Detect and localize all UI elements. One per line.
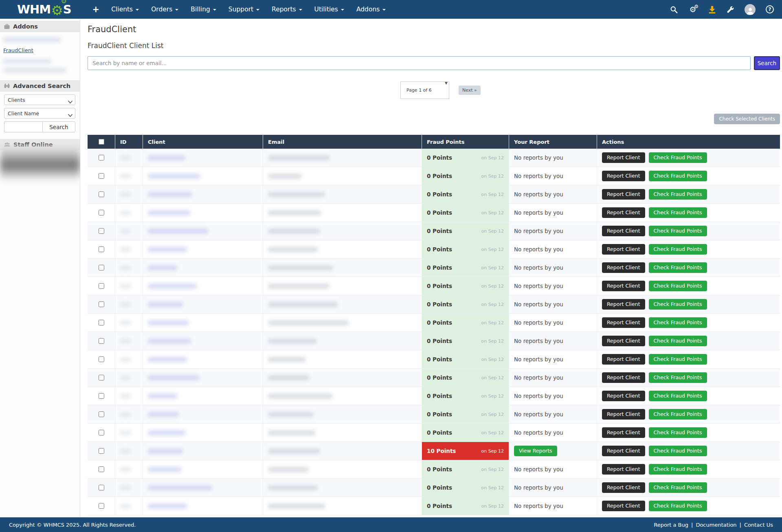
row-checkbox[interactable] [99,320,104,325]
client-name-redacted[interactable] [148,485,212,490]
view-reports-button[interactable]: View Reports [514,446,557,457]
client-search-input[interactable] [88,56,751,70]
check-fraud-points-button[interactable]: Check Fraud Points [649,372,707,383]
row-checkbox[interactable] [99,485,104,490]
row-checkbox[interactable] [99,191,104,197]
check-fraud-points-button[interactable]: Check Fraud Points [649,207,707,218]
page-selector[interactable]: Page 1 of 6 ▼ [400,81,449,99]
client-name-redacted[interactable] [148,284,197,289]
row-checkbox[interactable] [99,375,104,380]
nav-menu-reports[interactable]: Reports [266,0,308,19]
search-field-select[interactable]: Client Name [4,108,75,119]
client-search-button[interactable]: Search [754,56,780,70]
sidebar-addon-redacted[interactable] [3,68,66,73]
row-checkbox[interactable] [99,356,104,362]
row-checkbox[interactable] [99,393,104,399]
row-checkbox[interactable] [99,466,104,472]
client-name-redacted[interactable] [148,320,189,325]
client-name-redacted[interactable] [148,247,187,252]
download-updates-icon[interactable] [708,5,716,14]
sidebar-addon-redacted[interactable] [3,59,51,64]
quick-add-icon[interactable]: + [90,4,102,14]
nav-menu-billing[interactable]: Billing [185,0,222,19]
report-client-button[interactable]: Report Client [602,464,645,475]
row-checkbox[interactable] [99,503,104,509]
user-avatar[interactable] [745,4,756,15]
report-a-bug-link[interactable]: Report a Bug [654,522,688,528]
client-name-redacted[interactable] [148,192,192,197]
sidebar-addon-redacted[interactable] [3,37,61,42]
check-fraud-points-button[interactable]: Check Fraud Points [649,244,707,255]
check-fraud-points-button[interactable]: Check Fraud Points [649,482,707,493]
select-all-checkbox[interactable] [99,139,104,145]
report-client-button[interactable]: Report Client [602,317,645,328]
client-name-redacted[interactable] [148,448,183,454]
row-checkbox[interactable] [99,301,104,307]
check-fraud-points-button[interactable]: Check Fraud Points [649,464,707,475]
nav-menu-orders[interactable]: Orders [145,0,185,19]
advanced-search-button[interactable]: Search [42,121,75,132]
help-icon[interactable]: ? [766,5,774,13]
check-fraud-points-button[interactable]: Check Fraud Points [649,317,707,328]
client-name-redacted[interactable] [148,302,183,307]
check-fraud-points-button[interactable]: Check Fraud Points [649,262,707,273]
check-fraud-points-button[interactable]: Check Fraud Points [649,446,707,457]
check-fraud-points-button[interactable]: Check Fraud Points [649,409,707,420]
client-name-redacted[interactable] [148,394,177,399]
check-fraud-points-button[interactable]: Check Fraud Points [649,299,707,310]
client-name-redacted[interactable] [148,210,190,215]
check-selected-clients-button[interactable]: Check Selected Clients [714,114,780,124]
whmcs-logo[interactable]: WHM⚙⚙S [17,2,71,16]
report-client-button[interactable]: Report Client [602,207,645,218]
report-client-button[interactable]: Report Client [602,409,645,420]
client-name-redacted[interactable] [148,155,185,160]
report-client-button[interactable]: Report Client [602,281,645,292]
client-name-redacted[interactable] [148,412,179,417]
report-client-button[interactable]: Report Client [602,189,645,200]
report-client-button[interactable]: Report Client [602,262,645,273]
nav-menu-clients[interactable]: Clients [105,0,145,19]
client-name-redacted[interactable] [148,467,181,472]
report-client-button[interactable]: Report Client [602,244,645,255]
sidebar-link-fraudclient[interactable]: FraudClient [3,47,33,53]
check-fraud-points-button[interactable]: Check Fraud Points [649,152,707,163]
wrench-icon[interactable] [727,6,734,13]
report-client-button[interactable]: Report Client [602,354,645,365]
report-client-button[interactable]: Report Client [602,446,645,457]
client-name-redacted[interactable] [148,339,191,344]
check-fraud-points-button[interactable]: Check Fraud Points [649,427,707,438]
row-checkbox[interactable] [99,283,104,289]
report-client-button[interactable]: Report Client [602,299,645,310]
report-client-button[interactable]: Report Client [602,226,645,237]
report-client-button[interactable]: Report Client [602,482,645,493]
client-name-redacted[interactable] [148,265,177,270]
nav-menu-addons[interactable]: Addons [350,0,392,19]
row-checkbox[interactable] [99,411,104,417]
row-checkbox[interactable] [99,448,104,454]
report-client-button[interactable]: Report Client [602,501,645,512]
report-client-button[interactable]: Report Client [602,427,645,438]
report-client-button[interactable]: Report Client [602,336,645,347]
client-name-redacted[interactable] [148,357,187,362]
documentation-link[interactable]: Documentation [696,522,736,528]
check-fraud-points-button[interactable]: Check Fraud Points [649,391,707,402]
client-name-redacted[interactable] [148,174,200,179]
report-client-button[interactable]: Report Client [602,171,645,182]
row-checkbox[interactable] [99,338,104,344]
check-fraud-points-button[interactable]: Check Fraud Points [649,354,707,365]
check-fraud-points-button[interactable]: Check Fraud Points [649,189,707,200]
search-type-select[interactable]: Clients [4,95,75,105]
check-fraud-points-button[interactable]: Check Fraud Points [649,281,707,292]
nav-menu-utilities[interactable]: Utilities [308,0,350,19]
client-name-redacted[interactable] [148,229,208,234]
report-client-button[interactable]: Report Client [602,372,645,383]
contact-us-link[interactable]: Contact Us [744,522,773,528]
report-client-button[interactable]: Report Client [602,391,645,402]
addon-modules-icon[interactable]: ⚙⚙ [688,5,698,14]
row-checkbox[interactable] [99,246,104,252]
client-name-redacted[interactable] [148,503,187,509]
check-fraud-points-button[interactable]: Check Fraud Points [649,501,707,512]
check-fraud-points-button[interactable]: Check Fraud Points [649,226,707,237]
row-checkbox[interactable] [99,155,104,160]
row-checkbox[interactable] [99,173,104,179]
